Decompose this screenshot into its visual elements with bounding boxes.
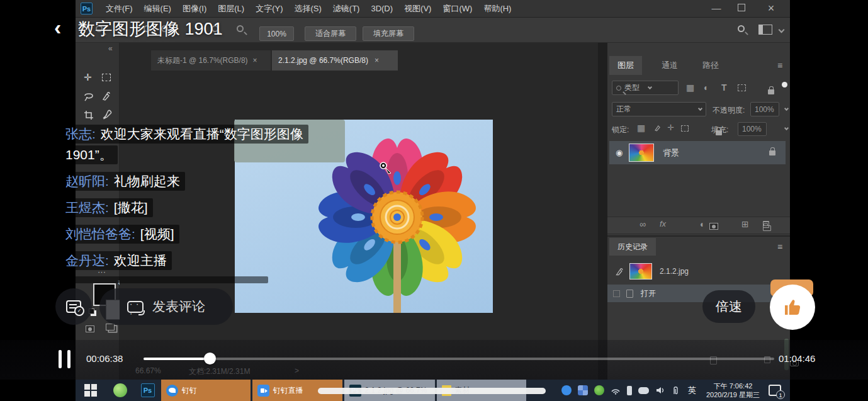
ime-indicator[interactable]: 英 — [688, 385, 696, 396]
pause-button-bar2[interactable] — [67, 350, 70, 368]
menu-window[interactable]: 窗口(W) — [442, 3, 472, 14]
start-button-icon[interactable] — [84, 384, 97, 397]
menu-view[interactable]: 视图(V) — [404, 3, 431, 14]
tray-usb-icon[interactable] — [627, 386, 632, 395]
delete-layer-icon[interactable] — [763, 221, 769, 228]
layer-filter-select[interactable]: 类型 — [612, 81, 679, 95]
tray-mouse-icon[interactable] — [638, 387, 649, 394]
home-indicator[interactable] — [318, 388, 546, 394]
layers-panel-menu-icon[interactable]: ≡ — [777, 60, 782, 71]
blend-mode-select[interactable]: 正常 — [612, 102, 706, 116]
layer-row-background[interactable]: ◉ 背景 — [609, 141, 786, 164]
filter-shape-icon[interactable] — [738, 84, 746, 91]
layer-style-fx-icon[interactable]: fx — [660, 219, 666, 229]
taskbar-clock[interactable]: 下午 7:06:42 2020/2/19 星期三 — [706, 381, 760, 399]
filter-toggle-dot[interactable] — [782, 82, 787, 88]
taskbar-photoshop-icon[interactable]: Ps — [141, 383, 155, 397]
menu-edit[interactable]: 编辑(E) — [144, 3, 171, 14]
chevron-down-icon — [698, 106, 702, 110]
tray-app-icon[interactable] — [578, 385, 588, 395]
stream-title: 数字图形图像 1901 — [78, 18, 223, 40]
dingtalk-live-icon — [257, 385, 269, 397]
tab-history[interactable]: 历史记录 — [609, 238, 656, 256]
close-window-icon[interactable]: × — [758, 2, 784, 15]
post-comment-button[interactable]: 发表评论 — [99, 288, 233, 325]
tab-layers[interactable]: 图层 — [609, 56, 642, 75]
notification-center-icon[interactable]: 1 — [769, 385, 781, 396]
danmaku-toggle-button[interactable] — [55, 288, 92, 325]
zoom-100-button[interactable]: 100% — [259, 26, 294, 41]
quick-mask-icon[interactable] — [86, 325, 94, 332]
restore-icon[interactable] — [738, 4, 745, 11]
menu-select[interactable]: 选择(S) — [294, 3, 321, 14]
menu-help[interactable]: 帮助(H) — [483, 3, 511, 14]
filter-smart-icon[interactable] — [768, 89, 774, 94]
layer-name: 背景 — [663, 147, 679, 159]
opacity-value-box[interactable]: 100% — [750, 102, 779, 116]
history-step-open-row[interactable]: 打开 — [607, 285, 790, 302]
close-tab-icon[interactable]: × — [375, 56, 379, 65]
search-icon[interactable] — [738, 25, 745, 32]
marquee-tool-icon[interactable] — [102, 74, 111, 81]
link-layers-icon[interactable]: ∞ — [640, 219, 646, 229]
layer-thumbnail[interactable] — [629, 144, 654, 162]
menu-3d[interactable]: 3D(D) — [371, 4, 393, 13]
fill-value-box[interactable]: 100% — [738, 122, 767, 136]
pause-button[interactable] — [59, 350, 62, 368]
tray-shield-icon[interactable] — [594, 385, 604, 395]
lock-transparent-icon[interactable]: ▦ — [637, 123, 645, 133]
lock-artboard-icon[interactable] — [681, 125, 689, 132]
add-mask-icon[interactable] — [709, 223, 718, 230]
tray-volume-icon[interactable] — [655, 386, 665, 395]
browser-icon[interactable] — [113, 383, 127, 397]
lock-paint-icon[interactable] — [653, 123, 662, 132]
history-snapshot-row[interactable]: 2.1.2.jpg — [607, 259, 790, 283]
tray-dingtalk-icon[interactable] — [561, 385, 572, 395]
fill-screen-button[interactable]: 填充屏幕 — [363, 26, 414, 41]
minimize-icon[interactable]: — — [704, 3, 729, 13]
fit-screen-button[interactable]: 适合屏幕 — [305, 26, 356, 41]
history-source-checkbox[interactable] — [613, 290, 620, 297]
collapse-tools-icon[interactable]: « — [108, 44, 113, 53]
tab-paths[interactable]: 路径 — [694, 56, 727, 75]
document-tab-untitled[interactable]: 未标题-1 @ 16.7%(RGB/8) × — [151, 50, 271, 71]
fill-label: 填充: — [711, 125, 728, 135]
eyedropper-tool-icon[interactable] — [101, 110, 112, 121]
document-tab-active[interactable]: 2.1.2.jpg @ 66.7%(RGB/8) × — [272, 50, 398, 71]
filter-adjustment-icon[interactable]: ◐ — [704, 82, 709, 93]
quick-selection-tool-icon[interactable] — [101, 91, 112, 102]
layer-visibility-eye-icon[interactable]: ◉ — [616, 148, 623, 157]
back-icon[interactable]: ‹ — [54, 16, 61, 38]
like-button[interactable] — [770, 285, 815, 330]
history-snapshot-label: 2.1.2.jpg — [660, 267, 689, 276]
menu-type[interactable]: 文字(Y) — [256, 3, 283, 14]
filter-type-icon[interactable]: T — [721, 82, 727, 93]
tray-network-icon[interactable] — [611, 386, 621, 395]
menu-image[interactable]: 图像(I) — [183, 3, 206, 14]
menu-layer[interactable]: 图层(L) — [218, 3, 244, 14]
history-panel-menu-icon[interactable]: ≡ — [777, 242, 782, 252]
menu-file[interactable]: 文件(F) — [106, 3, 133, 14]
lasso-tool-icon[interactable] — [83, 91, 94, 102]
workspace-chevron-icon[interactable] — [779, 27, 785, 33]
chat-text: 欢迎大家来观看直播“数字图形图像1901”。 — [65, 127, 303, 162]
zoom-windows-icon[interactable] — [237, 25, 244, 32]
workspace-icon[interactable] — [758, 25, 772, 35]
menu-filter[interactable]: 滤镜(T) — [333, 3, 360, 14]
filter-pixel-icon[interactable]: ▦ — [686, 82, 694, 93]
new-layer-icon[interactable]: ⊞ — [741, 219, 749, 229]
taskbar-app-dingtalk[interactable]: 钉钉 — [161, 380, 251, 401]
opacity-label: 不透明度: — [713, 105, 745, 116]
tray-clip-icon[interactable] — [672, 386, 680, 395]
clock-time: 下午 7:06:42 — [706, 381, 760, 390]
lock-position-icon[interactable]: ✛ — [667, 123, 674, 132]
screen-mode-icon[interactable] — [106, 324, 115, 330]
close-tab-icon[interactable]: × — [253, 56, 257, 65]
progress-track[interactable] — [144, 358, 774, 360]
tab-channels[interactable]: 通道 — [653, 56, 686, 75]
progress-handle[interactable] — [204, 353, 216, 364]
playback-speed-button[interactable]: 倍速 — [702, 290, 755, 323]
crop-tool-icon[interactable] — [83, 110, 94, 121]
adjustment-layer-icon[interactable]: ◐ — [700, 219, 705, 229]
move-tool-icon[interactable]: ✛ — [84, 72, 92, 83]
